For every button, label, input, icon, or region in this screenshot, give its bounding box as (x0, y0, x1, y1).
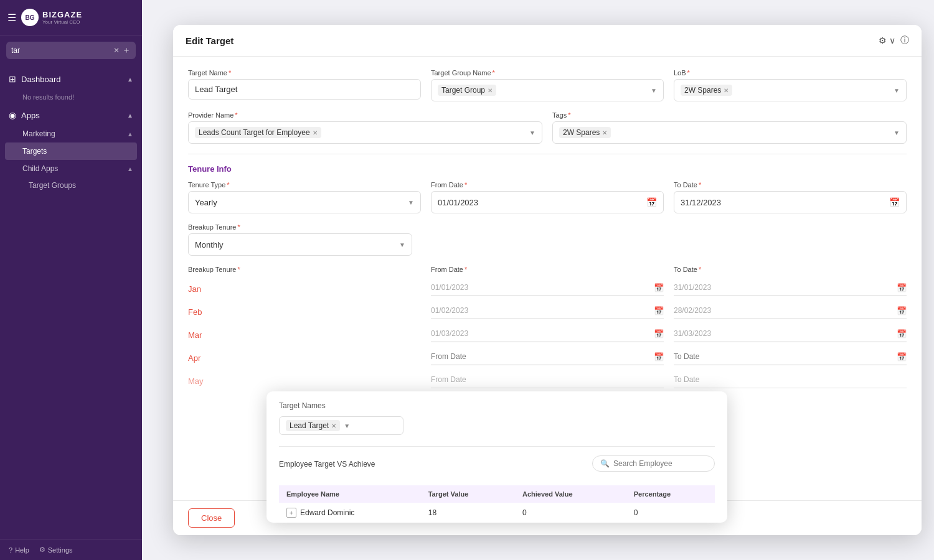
search-input[interactable] (11, 46, 113, 55)
jan-from-input[interactable] (431, 279, 664, 296)
sidebar-item-targets[interactable]: Targets (5, 142, 137, 160)
feb-to-date[interactable]: 📅 (674, 302, 907, 319)
provider-tag-remove[interactable]: ✕ (313, 129, 318, 136)
breakup-item-feb: Feb 📅 📅 (188, 302, 907, 319)
feb-to-input[interactable] (674, 302, 907, 319)
breakup-item-may: May (188, 371, 907, 388)
modal-header-actions: ⚙ ∨ ⓘ (879, 35, 909, 46)
apr-from-input[interactable] (431, 348, 664, 365)
lob-tag-remove[interactable]: ✕ (724, 87, 729, 94)
sidebar-item-dashboard[interactable]: ⊞ Dashboard ▲ (0, 69, 142, 89)
search-clear-icon[interactable]: ✕ (113, 46, 120, 55)
marketing-arrow-icon: ▲ (127, 131, 133, 138)
mar-to-input[interactable] (674, 325, 907, 342)
sidebar-search-bar[interactable]: ✕ ＋ (6, 42, 136, 59)
employee-table-header-row: Employee Name Target Value Achieved Valu… (279, 485, 715, 503)
search-icon: 🔍 (600, 459, 610, 468)
to-date-wrapper[interactable]: 31/12/2023 📅 (674, 191, 907, 213)
logo-icon: BG (21, 9, 39, 26)
breakup-mar-name: Mar (188, 328, 421, 342)
may-from-date[interactable] (431, 371, 664, 388)
may-to-input[interactable] (674, 371, 907, 388)
target-group-label: Target Group Name * (431, 69, 664, 77)
calendar-icon[interactable]: 📅 (646, 197, 657, 207)
sidebar-item-apps[interactable]: ◉ Apps ▲ (0, 105, 142, 125)
employee-search-bar[interactable]: 🔍 (592, 455, 715, 472)
tags-tag-remove[interactable]: ✕ (602, 129, 607, 136)
breakup-tenure-value: Monthly (195, 240, 399, 250)
dashboard-label: Dashboard (21, 75, 127, 84)
sidebar-logo: BG BIZGAZE Your Virtual CEO (21, 9, 82, 26)
apps-arrow-icon: ▲ (127, 112, 133, 119)
no-results-label: No results found! (0, 89, 142, 105)
sidebar-item-child-apps[interactable]: Child Apps ▲ (0, 160, 142, 177)
provider-group: Provider Name * Leads Count Target for E… (188, 111, 542, 144)
mar-to-date[interactable]: 📅 (674, 325, 907, 342)
tenure-type-select[interactable]: Yearly ▼ (188, 191, 421, 213)
target-group-group: Target Group Name * Target Group ✕ ▼ (431, 69, 664, 101)
breakup-headers: Breakup Tenure * From Date * To Date * (188, 266, 907, 273)
target-group-select[interactable]: Target Group ✕ ▼ (431, 79, 664, 101)
help-circle-icon[interactable]: ⓘ (900, 35, 909, 46)
settings-label: Settings (48, 546, 73, 554)
provider-select[interactable]: Leads Count Target for Employee ✕ ▼ (188, 121, 542, 144)
employee-search-input[interactable] (613, 459, 707, 468)
search-add-icon[interactable]: ＋ (122, 45, 131, 56)
provider-tag: Leads Count Target for Employee ✕ (195, 127, 321, 138)
settings-gear-icon[interactable]: ⚙ ∨ (879, 35, 895, 45)
employee-target-popup: Target Names Lead Target ✕ ▼ Employee Ta… (267, 391, 727, 523)
target-group-tag-remove[interactable]: ✕ (488, 87, 493, 94)
target-groups-label: Target Groups (29, 181, 76, 190)
mar-from-input[interactable] (431, 325, 664, 342)
popup-top-row: Target Names Lead Target ✕ ▼ (279, 401, 715, 444)
from-date-value: 01/01/2023 (438, 198, 646, 207)
percentage-cell: 0 (626, 503, 715, 523)
breakup-tenure-group: Breakup Tenure * Monthly ▼ (188, 223, 412, 256)
tenure-type-row: Tenure Type * Yearly ▼ From Date * 01/01… (188, 181, 907, 213)
provider-arrow-icon: ▼ (529, 129, 535, 136)
target-name-input[interactable] (188, 79, 421, 100)
mar-from-date[interactable]: 📅 (431, 325, 664, 342)
tags-select[interactable]: 2W Spares ✕ ▼ (552, 121, 907, 144)
hamburger-icon[interactable]: ☰ (7, 12, 16, 24)
lob-label: LoB * (674, 69, 907, 77)
employee-table-body: + Edward Dominic 18 0 0 (279, 503, 715, 523)
employee-table-head: Employee Name Target Value Achieved Valu… (279, 485, 715, 503)
apr-to-input[interactable] (674, 348, 907, 365)
popup-divider (279, 446, 715, 447)
target-name-select[interactable]: Lead Target ✕ ▼ (279, 416, 403, 435)
breakup-tenure-select[interactable]: Monthly ▼ (188, 233, 412, 256)
feb-from-input[interactable] (431, 302, 664, 319)
sidebar-item-target-groups[interactable]: Target Groups (0, 177, 142, 194)
apr-from-date[interactable]: 📅 (431, 348, 664, 365)
settings-button[interactable]: ⚙ Settings (39, 546, 73, 554)
apr-to-date[interactable]: 📅 (674, 348, 907, 365)
popup-middle-row: Employee Target VS Achieve 🔍 (279, 455, 715, 479)
jan-to-input[interactable] (674, 279, 907, 296)
lob-tag: 2W Spares ✕ (681, 85, 732, 96)
jan-from-calendar-icon: 📅 (654, 283, 664, 292)
popup-target-row: Lead Target ✕ ▼ (279, 416, 715, 435)
main-area: Edit Target ⚙ ∨ ⓘ Target Name * Target (142, 0, 934, 560)
dashboard-arrow-icon: ▲ (127, 76, 133, 83)
jan-to-date[interactable]: 📅 (674, 279, 907, 296)
feb-from-calendar-icon: 📅 (654, 306, 664, 315)
apr-to-calendar-icon: 📅 (897, 352, 907, 362)
may-to-date[interactable] (674, 371, 907, 388)
sidebar-nav: ⊞ Dashboard ▲ No results found! ◉ Apps ▲… (0, 65, 142, 539)
close-button[interactable]: Close (188, 508, 235, 528)
lob-select[interactable]: 2W Spares ✕ ▼ (674, 79, 907, 101)
from-col-label: From Date * (431, 266, 664, 273)
tags-req: * (568, 111, 570, 119)
popup-target-tag-remove[interactable]: ✕ (331, 422, 336, 429)
expand-row-icon[interactable]: + (286, 508, 296, 518)
help-button[interactable]: ? Help (9, 546, 29, 554)
sidebar-item-marketing[interactable]: Marketing ▲ (0, 125, 142, 142)
popup-left: Target Names Lead Target ✕ ▼ (279, 401, 715, 444)
may-from-input[interactable] (431, 371, 664, 388)
from-date-wrapper[interactable]: 01/01/2023 📅 (431, 191, 664, 213)
feb-from-date[interactable]: 📅 (431, 302, 664, 319)
to-calendar-icon[interactable]: 📅 (889, 197, 900, 207)
jan-from-date[interactable]: 📅 (431, 279, 664, 296)
feb-to-calendar-icon: 📅 (897, 306, 907, 315)
